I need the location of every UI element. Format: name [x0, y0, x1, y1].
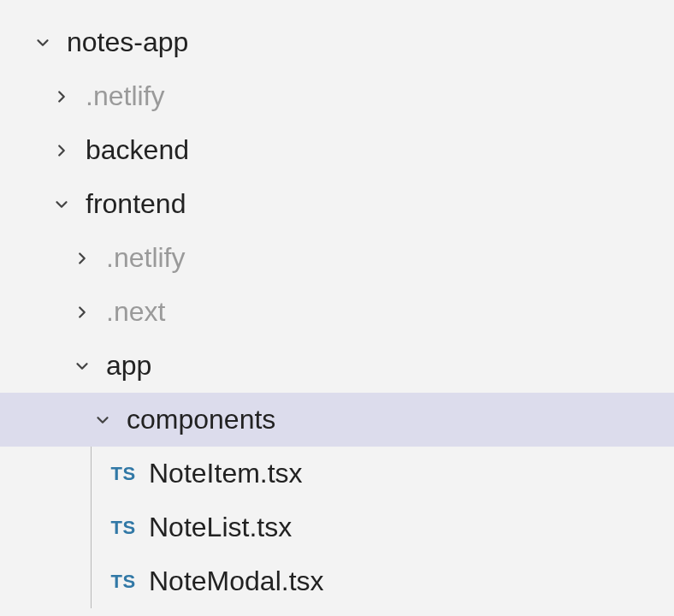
typescript-icon: TS [104, 568, 142, 595]
folder-label: notes-app [67, 27, 188, 58]
file-label: NoteModal.tsx [149, 566, 324, 597]
file-notemodal[interactable]: TS NoteModal.tsx [0, 554, 674, 608]
chevron-right-icon [50, 85, 74, 109]
folder-label: backend [86, 134, 189, 166]
typescript-icon: TS [104, 460, 142, 488]
folder-label: .next [106, 296, 165, 328]
file-label: NoteList.tsx [149, 512, 292, 543]
folder-label: .netlify [106, 242, 185, 274]
chevron-right-icon [70, 246, 94, 270]
folder-notes-app[interactable]: notes-app [0, 15, 674, 69]
chevron-right-icon [50, 139, 74, 163]
folder-components[interactable]: components [0, 393, 674, 447]
folder-netlify[interactable]: .netlify [0, 69, 674, 123]
folder-backend[interactable]: backend [0, 123, 674, 177]
folder-frontend[interactable]: frontend [0, 177, 674, 231]
chevron-down-icon [31, 31, 55, 55]
file-noteitem[interactable]: TS NoteItem.tsx [0, 447, 674, 500]
folder-app[interactable]: app [0, 339, 674, 393]
chevron-down-icon [91, 408, 115, 432]
folder-label: frontend [86, 188, 186, 220]
folder-label: components [127, 404, 275, 435]
chevron-down-icon [70, 354, 94, 378]
file-label: NoteItem.tsx [149, 458, 303, 489]
chevron-right-icon [70, 300, 94, 324]
folder-next[interactable]: .next [0, 285, 674, 339]
chevron-down-icon [50, 192, 74, 216]
typescript-icon: TS [104, 514, 142, 542]
file-tree: notes-app .netlify backend frontend .net… [0, 0, 674, 608]
folder-label: app [106, 350, 151, 382]
folder-label: .netlify [86, 80, 164, 112]
file-notelist[interactable]: TS NoteList.tsx [0, 500, 674, 554]
folder-netlify-frontend[interactable]: .netlify [0, 231, 674, 285]
